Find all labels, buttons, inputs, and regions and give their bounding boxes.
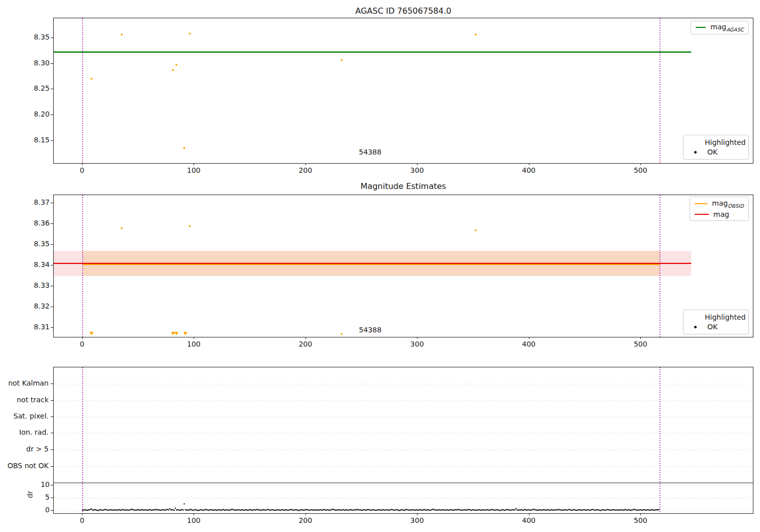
dr-point bbox=[387, 509, 388, 511]
dr-point bbox=[401, 509, 403, 511]
dr-point bbox=[237, 509, 239, 511]
dr-point bbox=[386, 509, 387, 511]
dr-point bbox=[381, 509, 383, 511]
dr-point bbox=[411, 509, 413, 511]
dr-point bbox=[363, 509, 365, 511]
dr-point bbox=[306, 509, 307, 510]
dr-point bbox=[575, 509, 576, 511]
dr-point bbox=[218, 509, 220, 511]
dr-point bbox=[572, 509, 574, 511]
dr-point bbox=[362, 509, 364, 511]
x-tick-mark bbox=[194, 337, 194, 339]
dr-point bbox=[539, 509, 540, 511]
plot-magest-title: Magnitude Estimates bbox=[277, 181, 530, 191]
dr-point bbox=[577, 510, 578, 511]
dr-point bbox=[629, 509, 631, 511]
dr-point bbox=[292, 509, 293, 511]
dr-point bbox=[430, 509, 432, 511]
dr-point bbox=[486, 509, 488, 511]
dr-point bbox=[454, 509, 455, 511]
dr-point bbox=[428, 509, 430, 511]
dr-point bbox=[447, 509, 448, 511]
highlighted-point bbox=[172, 69, 174, 71]
x-tick-label: 100 bbox=[182, 340, 205, 348]
dr-point bbox=[509, 509, 510, 511]
dr-point bbox=[435, 509, 436, 511]
dr-point bbox=[567, 509, 569, 511]
dr-point bbox=[498, 509, 499, 511]
dr-point bbox=[252, 510, 253, 511]
dr-point bbox=[599, 510, 600, 511]
highlighted-point bbox=[121, 227, 123, 230]
x-tick-mark bbox=[82, 513, 83, 515]
dr-point bbox=[425, 509, 426, 511]
dr-point bbox=[302, 509, 303, 511]
x-tick-label: 200 bbox=[294, 516, 317, 524]
dr-point bbox=[654, 510, 655, 511]
mag-agasc-label: magAGASC bbox=[710, 23, 744, 32]
legend-points-top: Highlighted OK bbox=[683, 135, 749, 160]
dr-point bbox=[648, 509, 650, 511]
dr-point bbox=[175, 508, 176, 509]
x-tick-label: 400 bbox=[518, 340, 540, 348]
dr-point bbox=[271, 509, 272, 511]
dr-point bbox=[593, 509, 595, 511]
dr-point bbox=[369, 509, 370, 511]
dr-point bbox=[571, 510, 573, 511]
dr-point bbox=[270, 510, 271, 511]
dr-point bbox=[213, 509, 214, 511]
dr-point bbox=[407, 509, 408, 511]
dr-point bbox=[649, 510, 651, 511]
dr-point bbox=[525, 509, 527, 511]
dr-point bbox=[230, 509, 231, 511]
dr-point bbox=[154, 509, 155, 511]
y-tick-mark bbox=[51, 466, 53, 467]
dr-point bbox=[337, 509, 339, 511]
dr-point bbox=[531, 509, 533, 511]
dr-point bbox=[110, 509, 111, 511]
dr-point bbox=[658, 509, 660, 510]
dr-point bbox=[85, 509, 87, 511]
y-tick-mark bbox=[51, 37, 53, 38]
dr-point bbox=[390, 509, 392, 511]
dr-point bbox=[400, 509, 402, 511]
dr-point bbox=[396, 509, 397, 511]
dr-point bbox=[653, 509, 654, 511]
dr-point bbox=[618, 510, 620, 511]
dr-point bbox=[559, 509, 560, 511]
dr-point bbox=[91, 508, 92, 510]
y-tick-label: 8.30 bbox=[20, 59, 50, 67]
y-tick-label: 8.32 bbox=[20, 302, 50, 310]
dr-point bbox=[285, 509, 287, 511]
dr-point bbox=[343, 509, 345, 511]
dr-point bbox=[210, 509, 212, 511]
dr-point bbox=[494, 510, 496, 511]
dr-point bbox=[536, 509, 537, 511]
highlighted-point bbox=[475, 230, 477, 232]
highlighted-point bbox=[340, 59, 343, 61]
dr-point bbox=[478, 509, 480, 511]
dr-point bbox=[552, 509, 554, 511]
dr-point bbox=[597, 509, 598, 511]
dr-point bbox=[502, 509, 503, 511]
dr-point bbox=[112, 509, 113, 511]
dr-point bbox=[398, 510, 399, 511]
y-tick-mark bbox=[51, 433, 53, 433]
dr-point bbox=[461, 509, 462, 511]
dr-point bbox=[100, 509, 101, 511]
dr-point bbox=[149, 509, 150, 511]
legend-points-middle: Highlighted OK bbox=[683, 310, 749, 334]
dr-point bbox=[610, 510, 612, 511]
dr-point bbox=[334, 509, 336, 511]
dr-point bbox=[446, 509, 447, 511]
x-tick-mark bbox=[529, 163, 529, 165]
dr-point bbox=[555, 509, 557, 511]
highlighted-point bbox=[189, 32, 191, 34]
dr-point bbox=[628, 509, 629, 511]
clipped-low-marker bbox=[174, 332, 178, 335]
dr-point bbox=[264, 509, 265, 511]
dr-point bbox=[257, 509, 259, 511]
dr-point bbox=[182, 509, 184, 511]
dr-point bbox=[503, 509, 505, 511]
dr-point bbox=[544, 509, 546, 511]
